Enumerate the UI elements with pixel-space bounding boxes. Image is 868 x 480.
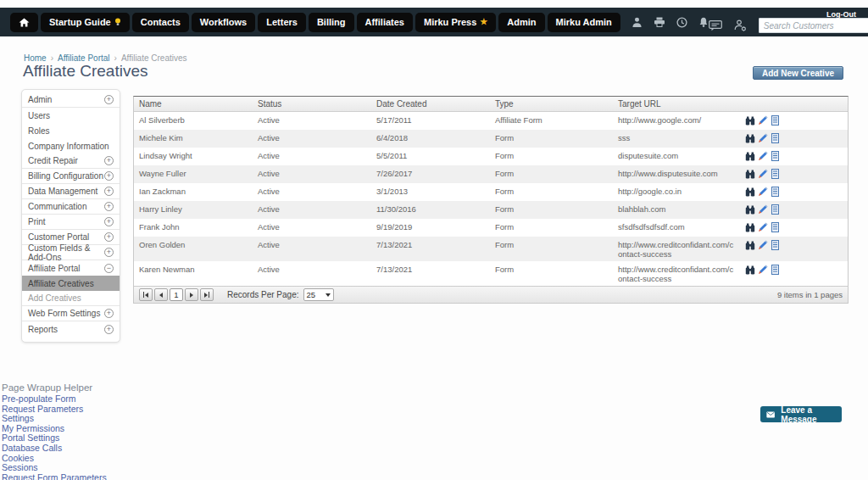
edit-button[interactable] xyxy=(758,222,768,234)
plus-circle-icon[interactable]: + xyxy=(104,187,114,196)
report-button[interactable] xyxy=(771,222,780,234)
edit-button[interactable] xyxy=(758,240,768,252)
report-button[interactable] xyxy=(771,240,780,252)
view-button[interactable] xyxy=(745,187,755,198)
plus-circle-icon[interactable]: + xyxy=(104,309,114,318)
nav-item-letters[interactable]: Letters xyxy=(258,13,306,32)
edit-button[interactable] xyxy=(758,151,768,163)
column-header-type[interactable]: Type xyxy=(490,97,613,112)
view-button[interactable] xyxy=(745,223,755,234)
view-button[interactable] xyxy=(745,152,755,163)
bell-icon[interactable] xyxy=(698,17,709,28)
column-header-name[interactable]: Name xyxy=(134,97,253,112)
report-button[interactable] xyxy=(771,151,780,163)
report-button[interactable] xyxy=(771,187,780,198)
first-page-button[interactable] xyxy=(139,288,153,301)
printer-icon[interactable] xyxy=(654,17,665,27)
chat-icon[interactable] xyxy=(709,20,722,31)
view-button[interactable] xyxy=(745,241,755,252)
nav-item-home[interactable] xyxy=(10,13,38,32)
plus-circle-icon[interactable]: + xyxy=(104,171,114,181)
prev-page-button[interactable] xyxy=(154,288,168,301)
creative-target-url: http://google.co.in xyxy=(613,183,740,201)
sidebar-item-billing-configuration[interactable]: Billing Configuration+ xyxy=(22,169,120,184)
navbar-quick-icons xyxy=(632,17,709,28)
nav-item-mirku-admin[interactable]: Mirku Admin xyxy=(548,13,620,32)
report-button[interactable] xyxy=(771,265,780,276)
sidebar-item-add-creatives[interactable]: Add Creatives xyxy=(22,291,120,306)
sidebar-item-admin[interactable]: Admin+ xyxy=(22,92,120,108)
nav-item-billing[interactable]: Billing xyxy=(309,13,354,32)
leave-a-message-button[interactable]: Leave a Message xyxy=(760,406,842,422)
sidebar-item-custom-fields-add-ons[interactable]: Custom Fields & Add-Ons+ xyxy=(22,245,120,260)
edit-button[interactable] xyxy=(758,204,768,216)
sidebar-item-data-management[interactable]: Data Management+ xyxy=(22,184,120,199)
report-button[interactable] xyxy=(771,204,780,216)
creative-date-created: 3/1/2013 xyxy=(371,183,490,201)
edit-button[interactable] xyxy=(758,115,768,127)
logout-link[interactable]: Log-Out xyxy=(826,10,856,19)
sidebar-item-reports[interactable]: Reports+ xyxy=(22,321,120,337)
sidebar-item-roles[interactable]: Roles xyxy=(22,123,120,138)
sidebar-item-web-form-settings[interactable]: Web Form Settings+ xyxy=(22,306,120,321)
creative-name: Harry Linley xyxy=(134,201,253,219)
plus-circle-icon[interactable]: + xyxy=(104,156,114,165)
last-page-button[interactable] xyxy=(200,288,214,301)
edit-button[interactable] xyxy=(758,133,768,145)
view-button[interactable] xyxy=(745,134,755,145)
per-page-select[interactable]: 25 xyxy=(303,288,334,301)
sidebar-item-credit-repair[interactable]: Credit Repair+ xyxy=(22,153,120,169)
nav-item-workflows[interactable]: Workflows xyxy=(192,13,255,32)
edit-button[interactable] xyxy=(758,169,768,181)
creatives-table-panel: NameStatusDate CreatedTypeTarget URL Al … xyxy=(133,96,849,304)
plus-circle-icon[interactable]: + xyxy=(104,217,114,226)
nav-item-affiliates[interactable]: Affiliates xyxy=(357,13,413,32)
footer-link-sessions[interactable]: Sessions xyxy=(2,463,107,473)
plus-circle-icon[interactable]: + xyxy=(104,325,114,334)
column-header-target-url[interactable]: Target URL xyxy=(613,97,740,112)
next-page-button[interactable] xyxy=(185,288,198,301)
sidebar-item-affiliate-creatives[interactable]: Affiliate Creatives xyxy=(22,276,120,291)
view-button[interactable] xyxy=(745,116,755,127)
sidebar-item-print[interactable]: Print+ xyxy=(22,215,120,230)
add-new-creative-button[interactable]: Add New Creative xyxy=(753,66,843,80)
clock-icon[interactable] xyxy=(676,17,687,28)
nav-item-contacts[interactable]: Contacts xyxy=(132,13,189,32)
view-button[interactable] xyxy=(745,265,755,276)
edit-button[interactable] xyxy=(758,265,768,276)
current-page-indicator[interactable]: 1 xyxy=(170,288,183,301)
report-button[interactable] xyxy=(771,169,780,181)
debug-footer: Page Wrapup Helper Pre-populate FormRequ… xyxy=(2,382,107,480)
sidebar-item-users[interactable]: Users xyxy=(22,108,120,123)
plus-circle-icon[interactable]: + xyxy=(104,248,114,257)
column-header-status[interactable]: Status xyxy=(253,97,371,112)
view-button[interactable] xyxy=(745,170,755,181)
star-icon: ★ xyxy=(480,18,487,26)
footer-link-database-calls[interactable]: Database Calls xyxy=(2,444,107,454)
user-settings-icon[interactable] xyxy=(734,20,747,31)
column-header-date-created[interactable]: Date Created xyxy=(371,97,490,112)
leave-a-message-label: Leave a Message xyxy=(781,405,836,424)
sidebar-item-communication[interactable]: Communication+ xyxy=(22,199,120,215)
nav-item-admin[interactable]: Admin xyxy=(498,13,544,32)
plus-circle-icon[interactable]: + xyxy=(104,232,114,242)
creative-status: Active xyxy=(253,130,371,148)
user-icon[interactable] xyxy=(632,17,643,28)
nav-item-startup-guide[interactable]: Startup Guide xyxy=(41,13,130,32)
edit-button[interactable] xyxy=(758,187,768,198)
footer-link-request-form-parameters[interactable]: Request.Form Parameters xyxy=(2,473,107,480)
footer-link-pre-populate-form[interactable]: Pre-populate Form xyxy=(2,394,107,405)
view-button[interactable] xyxy=(745,205,755,216)
plus-circle-icon[interactable]: + xyxy=(104,95,114,104)
sidebar-item-company-information[interactable]: Company Information xyxy=(22,138,120,153)
report-button[interactable] xyxy=(771,115,780,127)
pencil-icon xyxy=(758,169,768,179)
nav-item-mirku-press[interactable]: Mirku Press★ xyxy=(415,13,496,32)
report-icon xyxy=(771,265,780,275)
minus-circle-icon[interactable]: − xyxy=(104,264,114,273)
sidebar-item-affiliate-portal[interactable]: Affiliate Portal− xyxy=(22,260,120,276)
search-input[interactable] xyxy=(759,18,868,33)
plus-circle-icon[interactable]: + xyxy=(104,202,114,211)
report-button[interactable] xyxy=(771,133,780,145)
binoculars-icon xyxy=(745,241,755,250)
